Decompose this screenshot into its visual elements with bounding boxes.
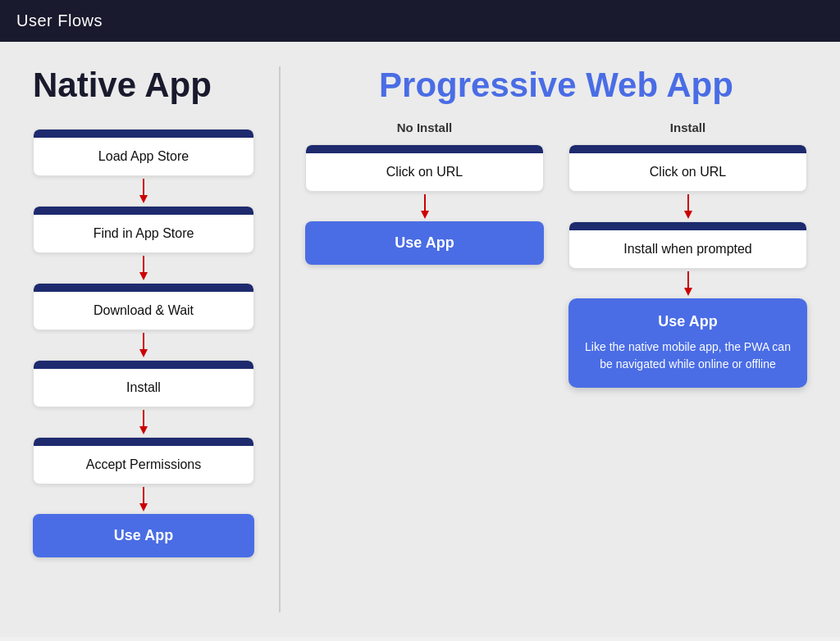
native-step-2-label: Find in App Store	[34, 215, 253, 252]
pwa-no-install-label: No Install	[305, 120, 544, 134]
native-app-title: Native App	[33, 66, 254, 104]
pwa-no-install-final-label: Use App	[395, 234, 454, 251]
arrow-5	[33, 484, 254, 514]
pwa-install-step-1: Click on URL	[568, 144, 807, 192]
native-step-3-label: Download & Wait	[34, 292, 253, 330]
pwa-no-install-step-1: Click on URL	[305, 144, 544, 192]
arrow-4	[33, 407, 254, 437]
step-bar	[34, 207, 253, 215]
pwa-install-column: Install Click on URL Install when prompt…	[568, 120, 807, 388]
native-step-1-label: Load App Store	[34, 138, 253, 175]
pwa-no-install-arrow-1	[305, 192, 544, 221]
pwa-no-install-step-1-label: Click on URL	[306, 153, 543, 191]
pwa-no-install-final: Use App	[305, 221, 544, 265]
native-final-step: Use App	[33, 514, 254, 557]
arrow-2	[33, 253, 254, 283]
pwa-columns: No Install Click on URL Use App Inst	[305, 120, 807, 388]
pwa-section: Progressive Web App No Install Click on …	[289, 66, 824, 612]
native-step-3: Download & Wait	[33, 283, 254, 330]
main-content: Native App Load App Store Find in App St…	[0, 42, 840, 637]
pwa-install-arrow-2	[568, 269, 807, 298]
pwa-install-step-2: Install when prompted	[568, 221, 807, 269]
svg-marker-15	[684, 288, 692, 296]
pwa-install-final-desc: Like the native mobile app, the PWA can …	[580, 339, 796, 373]
svg-marker-13	[684, 211, 692, 219]
header-title: User Flows	[16, 11, 103, 30]
pwa-install-step-2-label: Install when prompted	[569, 230, 806, 268]
native-flow: Load App Store Find in App Store	[33, 129, 254, 557]
svg-marker-1	[139, 195, 148, 203]
step-bar	[569, 145, 806, 153]
svg-marker-7	[139, 426, 148, 434]
header: User Flows	[0, 0, 840, 42]
pwa-install-final: Use App Like the native mobile app, the …	[568, 298, 807, 388]
pwa-title: Progressive Web App	[305, 66, 807, 104]
step-bar	[569, 222, 806, 230]
native-step-5-label: Accept Permissions	[34, 446, 253, 484]
arrow-1	[33, 176, 254, 206]
column-divider	[279, 66, 281, 612]
pwa-install-step-1-label: Click on URL	[569, 153, 806, 191]
step-bar	[34, 438, 253, 446]
arrow-3	[33, 330, 254, 360]
native-final-label: Use App	[114, 527, 173, 543]
native-step-2: Find in App Store	[33, 206, 254, 253]
native-step-4-label: Install	[34, 369, 253, 407]
step-bar	[34, 284, 253, 292]
svg-marker-5	[139, 349, 148, 357]
step-bar	[34, 361, 253, 369]
svg-marker-9	[139, 503, 148, 511]
pwa-install-label: Install	[568, 120, 807, 134]
pwa-no-install-column: No Install Click on URL Use App	[305, 120, 544, 388]
pwa-install-final-title: Use App	[580, 313, 796, 330]
pwa-install-arrow-1	[568, 192, 807, 221]
native-step-5: Accept Permissions	[33, 437, 254, 484]
native-step-4: Install	[33, 360, 254, 407]
step-bar	[34, 130, 253, 138]
step-bar	[306, 145, 543, 153]
svg-marker-11	[421, 211, 429, 219]
native-app-column: Native App Load App Store Find in App St…	[16, 66, 271, 612]
native-step-1: Load App Store	[33, 129, 254, 176]
svg-marker-3	[139, 272, 148, 280]
